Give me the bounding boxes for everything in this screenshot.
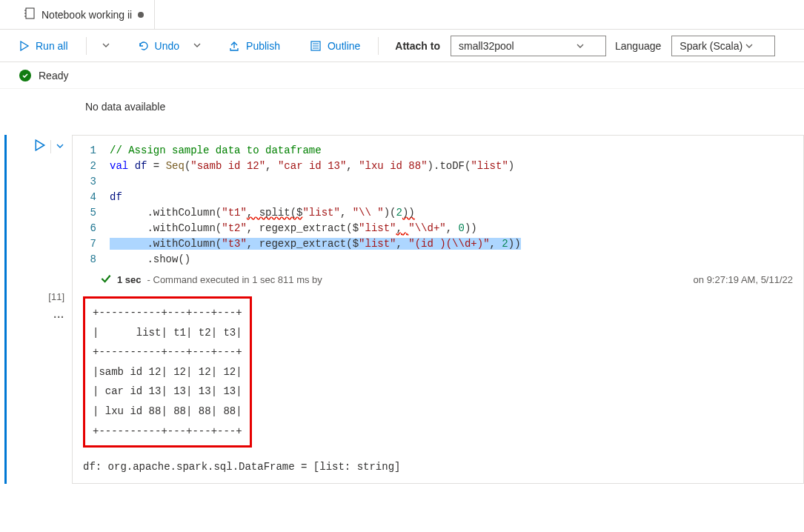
svg-marker-4 <box>21 41 28 50</box>
dirty-indicator-icon <box>138 12 144 18</box>
dataframe-type: df: org.apache.spark.sql.DataFrame = [li… <box>73 448 803 473</box>
no-data-message: No data available <box>0 93 804 135</box>
undo-dropdown[interactable] <box>190 37 205 55</box>
output-table: +----------+---+---+---+ | list| t1| t2|… <box>83 296 252 448</box>
outline-button[interactable]: Outline <box>304 37 366 55</box>
code-cell: [11] ··· 12345678 // Assign sample data … <box>4 135 804 484</box>
toolbar: Run all Undo Publish Outline Attach to s… <box>0 30 804 62</box>
chevron-down-icon <box>193 41 202 50</box>
status-ok-icon <box>19 70 31 82</box>
content: No data available [11] ··· 12345678 // A… <box>0 89 804 499</box>
code-lines: // Assign sample data to dataframe val d… <box>110 143 521 267</box>
chevron-down-icon <box>102 41 110 50</box>
execution-status: 1 sec - Command executed in 1 sec 811 ms… <box>73 267 803 286</box>
tab-title: Notebook working ii <box>41 9 132 21</box>
language-label: Language <box>615 40 661 52</box>
attach-to-value: small32pool <box>459 40 514 52</box>
attach-to-label: Attach to <box>395 40 440 52</box>
outline-icon <box>310 40 322 52</box>
run-all-label: Run all <box>36 40 68 52</box>
outline-label: Outline <box>328 40 360 52</box>
language-select[interactable]: Spark (Scala) <box>671 36 775 56</box>
line-numbers: 12345678 <box>83 143 110 267</box>
svg-rect-0 <box>26 8 34 19</box>
attach-to-select[interactable]: small32pool <box>451 36 606 56</box>
svg-marker-10 <box>36 140 44 150</box>
tab-bar: Notebook working ii <box>0 0 804 30</box>
notebook-icon <box>24 7 36 21</box>
play-icon <box>19 41 30 51</box>
check-icon <box>101 273 111 286</box>
undo-button[interactable]: Undo <box>131 37 185 55</box>
exec-detail: - Command executed in 1 sec 811 ms by <box>147 274 322 285</box>
divider <box>378 37 379 55</box>
chevron-down-icon <box>745 41 754 50</box>
publish-icon <box>228 40 240 52</box>
run-cell-dropdown[interactable] <box>56 141 64 153</box>
exec-duration: 1 sec <box>117 274 142 285</box>
undo-label: Undo <box>155 40 179 52</box>
publish-button[interactable]: Publish <box>222 37 286 55</box>
publish-label: Publish <box>246 40 280 52</box>
run-all-dropdown[interactable] <box>99 37 113 55</box>
divider <box>86 37 87 55</box>
status-bar: Ready <box>0 62 804 89</box>
run-all-button[interactable]: Run all <box>13 37 74 55</box>
language-value: Spark (Scala) <box>680 40 742 52</box>
cell-gutter: [11] ··· <box>7 135 72 484</box>
run-cell-button[interactable] <box>34 139 46 153</box>
cell-body: 12345678 // Assign sample data to datafr… <box>72 135 804 484</box>
notebook-tab[interactable]: Notebook working ii <box>13 0 155 29</box>
status-text: Ready <box>39 70 68 82</box>
cell-execution-count: [11] <box>48 291 64 302</box>
exec-timestamp: on 9:27:19 AM, 5/11/22 <box>694 274 793 285</box>
play-icon <box>34 139 46 151</box>
divider <box>50 140 51 153</box>
code-editor[interactable]: 12345678 // Assign sample data to datafr… <box>73 143 803 267</box>
chevron-down-icon <box>56 142 64 150</box>
cell-more-menu[interactable]: ··· <box>53 311 64 323</box>
chevron-down-icon <box>576 41 585 50</box>
undo-icon <box>137 40 149 52</box>
